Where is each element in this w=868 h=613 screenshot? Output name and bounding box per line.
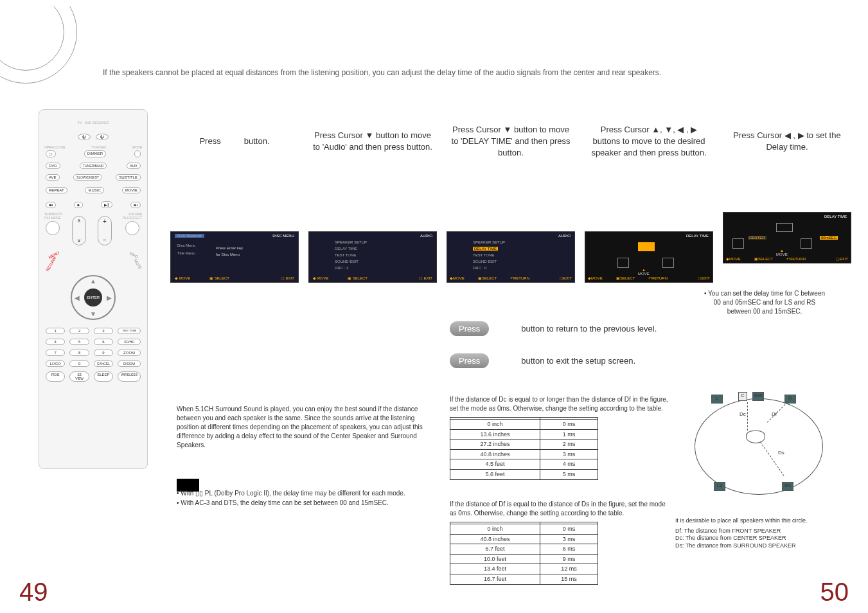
- press-return-row: Press button to return to the previous l…: [450, 321, 657, 336]
- enter-button: ENTER: [84, 289, 102, 306]
- delay-range-note: You can set the delay time for C between…: [704, 289, 826, 316]
- center-delay-table: 0 inch0 ms 13.6 inches1 ms 27.2 inches2 …: [450, 417, 598, 480]
- speaker-placement-diagram: L C SW R Ls Rs Dc Df Ds: [675, 398, 842, 514]
- steps-row: Press button. DVD Receiver DISC MENU Dis…: [170, 109, 851, 283]
- mode-btn: [134, 150, 141, 157]
- intro-text: If the speakers cannot be placed at equa…: [103, 67, 661, 78]
- notes-list: • With ▯▯ PL (Dolby Pro Logic II), the d…: [177, 488, 405, 508]
- prev-skip: ⏮: [46, 202, 56, 208]
- surround-delay-table: 0 inch0 ms 40.8 inches3 ms 6.7 feet6 ms …: [450, 522, 598, 585]
- step-5: Press Cursor ◀ , ▶ to set the Delay time…: [723, 109, 851, 283]
- nav-dpad: ▲ ▼ ◀ ▶ ENTER: [71, 275, 116, 320]
- step-3: Press Cursor ▼ button to move to 'DELAY …: [447, 109, 575, 283]
- press-exit-row: Press button to exit the setup screen.: [450, 353, 635, 368]
- screen-5: DELAY TIME CENTER 00mSEC ▲ MOVE ◆MOVE ▣S…: [723, 212, 851, 263]
- screen-2: AUDIO SPEAKER SETUP DELAY TIME TEST TONE…: [308, 231, 437, 283]
- speaker-C: C: [738, 392, 747, 401]
- speaker-Rs: Rs: [782, 482, 793, 491]
- remote-label-tv: TV: [78, 121, 82, 125]
- power-2: ⏻: [96, 134, 109, 140]
- speaker-L: L: [711, 395, 723, 404]
- screen-4: DELAY TIME ▲ MOVE ◆MOVE ▣SELECT ↶RETURN …: [585, 231, 713, 283]
- power-1: ⏻: [78, 134, 91, 140]
- step-1: Press button. DVD Receiver DISC MENU Dis…: [170, 109, 299, 283]
- cursor-left-icon: ◀: [75, 294, 80, 301]
- open-close: ▢: [46, 150, 56, 157]
- stop: ■: [74, 202, 83, 208]
- remote-label-dvdreceiver: DVD RECEIVER: [85, 121, 109, 125]
- surround-speaker-section: If the distance of Df is equal to the di…: [450, 500, 668, 585]
- surround-explanation: When 5.1CH Surround Sound is played, you…: [177, 405, 434, 450]
- label-Ds: Ds: [778, 450, 784, 456]
- speaker-SW: SW: [752, 392, 764, 401]
- cursor-right-icon: ▶: [107, 294, 112, 301]
- header-decoration: [0, 6, 103, 96]
- remote-control-image: TV DVD RECEIVER ⏻ ⏻ OPEN/CLOSE TV/VIDEO …: [39, 109, 148, 469]
- listener-icon: [746, 431, 765, 443]
- step-2: Press Cursor ▼ button to move to 'Audio'…: [308, 109, 437, 283]
- label-Dc: Dc: [740, 411, 746, 417]
- screen-1: DVD Receiver DISC MENU Disc Menu Title M…: [170, 231, 299, 283]
- step-4: Press Cursor ▲, ▼, ◀ , ▶ buttons to move…: [585, 109, 713, 283]
- cursor-down-icon: ▼: [90, 310, 96, 317]
- diagram-notes: It is desirable to place all speakers wi…: [675, 517, 842, 550]
- center-speaker-section: If the distance of Dc is equal to or lon…: [450, 395, 668, 480]
- play-pause: ▶‖: [101, 201, 112, 208]
- screen-3: AUDIO SPEAKER SETUP DELAY TIME TEST TONE…: [447, 231, 575, 283]
- page-number-left: 49: [19, 578, 48, 607]
- next-skip: ⏭: [130, 202, 141, 208]
- press-pill: Press: [450, 321, 489, 336]
- page-number-right: 50: [820, 578, 849, 607]
- cursor-up-icon: ▲: [90, 278, 96, 285]
- speaker-Ls: Ls: [714, 482, 725, 491]
